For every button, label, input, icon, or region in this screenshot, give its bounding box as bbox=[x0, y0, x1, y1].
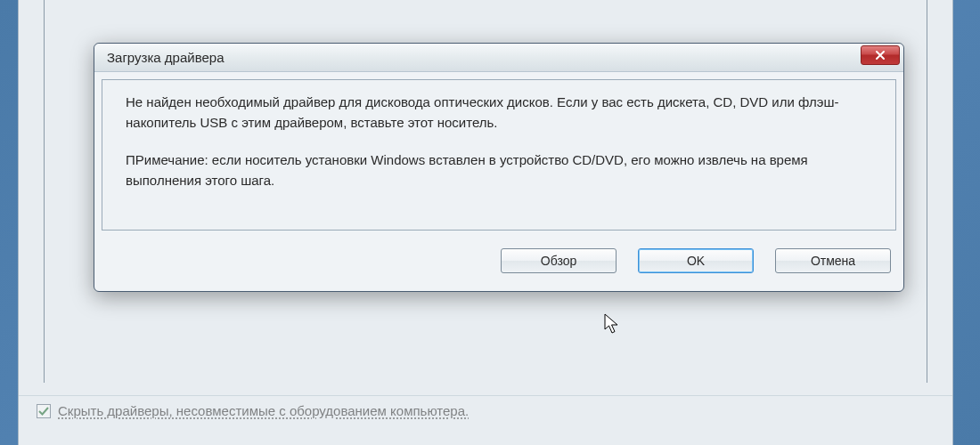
ok-button[interactable]: OK bbox=[638, 248, 754, 273]
separator bbox=[18, 395, 953, 396]
button-row: Обзор OK Отмена bbox=[102, 231, 896, 284]
driver-load-dialog: Загрузка драйвера Не найден необходимый … bbox=[94, 43, 904, 292]
cancel-button[interactable]: Отмена bbox=[775, 248, 891, 273]
dialog-body: Не найден необходимый драйвер для дисков… bbox=[94, 72, 903, 291]
message-frame: Не найден необходимый драйвер для дисков… bbox=[102, 79, 896, 231]
close-button[interactable] bbox=[861, 45, 900, 65]
checkbox-icon[interactable] bbox=[37, 404, 51, 418]
dialog-titlebar[interactable]: Загрузка драйвера bbox=[94, 44, 903, 72]
message-paragraph-2: ПРимечание: если носитель установки Wind… bbox=[126, 150, 879, 190]
dialog-title: Загрузка драйвера bbox=[107, 50, 224, 65]
close-icon bbox=[875, 50, 886, 61]
hide-incompatible-checkbox-row[interactable]: Скрыть драйверы, несовместимые с оборудо… bbox=[37, 403, 469, 418]
hide-incompatible-label: Скрыть драйверы, несовместимые с оборудо… bbox=[58, 403, 469, 418]
message-paragraph-1: Не найден необходимый драйвер для дисков… bbox=[126, 93, 879, 133]
browse-button[interactable]: Обзор bbox=[501, 248, 617, 273]
